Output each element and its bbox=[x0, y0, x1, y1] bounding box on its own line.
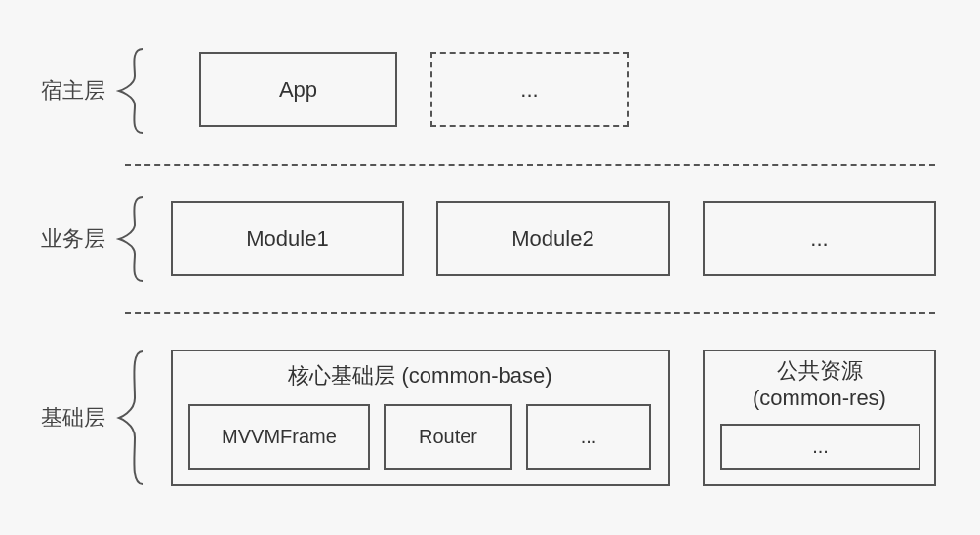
container-common-res-title: 公共资源 (common-res) bbox=[705, 357, 934, 411]
box-router-label: Router bbox=[419, 426, 477, 448]
box-module1-label: Module1 bbox=[246, 226, 328, 252]
box-app: App bbox=[199, 52, 397, 127]
layer-label-base: 基础层 bbox=[41, 403, 105, 432]
brace-base bbox=[115, 350, 146, 486]
divider-2 bbox=[125, 312, 935, 314]
box-core-placeholder-label: ... bbox=[581, 426, 597, 448]
brace-host bbox=[115, 47, 146, 135]
common-res-title-line2: (common-res) bbox=[753, 386, 886, 410]
layer-label-business: 业务层 bbox=[41, 225, 105, 254]
brace-business bbox=[115, 195, 146, 283]
container-common-res: 公共资源 (common-res) ... bbox=[703, 350, 936, 486]
box-module2-label: Module2 bbox=[511, 226, 593, 252]
box-host-placeholder: ... bbox=[430, 52, 629, 127]
box-res-placeholder: ... bbox=[720, 424, 920, 470]
box-router: Router bbox=[384, 404, 512, 470]
box-res-placeholder-label: ... bbox=[812, 435, 829, 458]
divider-1 bbox=[125, 164, 935, 166]
box-business-placeholder-label: ... bbox=[810, 226, 828, 252]
container-common-base: 核心基础层 (common-base) MVVMFrame Router ... bbox=[171, 350, 670, 486]
box-mvvmframe: MVVMFrame bbox=[188, 404, 370, 470]
box-mvvmframe-label: MVVMFrame bbox=[222, 426, 337, 448]
box-module1: Module1 bbox=[171, 201, 404, 276]
box-app-label: App bbox=[279, 77, 317, 103]
box-business-placeholder: ... bbox=[703, 201, 936, 276]
common-res-title-line1: 公共资源 bbox=[777, 358, 863, 383]
container-common-base-title: 核心基础层 (common-base) bbox=[173, 361, 668, 391]
box-host-placeholder-label: ... bbox=[520, 77, 538, 103]
box-core-placeholder: ... bbox=[526, 404, 651, 470]
layer-label-host: 宿主层 bbox=[41, 76, 105, 105]
box-module2: Module2 bbox=[436, 201, 670, 276]
architecture-diagram: 宿主层 App ... 业务层 Module1 Module2 ... 基础层 … bbox=[0, 0, 980, 535]
